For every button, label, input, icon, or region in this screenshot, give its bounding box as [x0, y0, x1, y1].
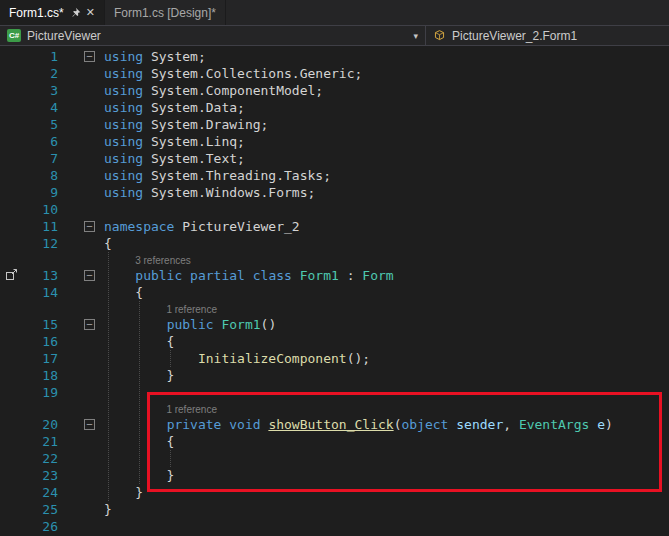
codelens-references-link[interactable]: 1 reference: [166, 302, 217, 317]
code-line[interactable]: 26: [0, 518, 669, 535]
line-number[interactable]: 20: [0, 416, 58, 433]
line-number[interactable]: 16: [0, 333, 58, 350]
code-line[interactable]: 5using System.Drawing;: [0, 116, 669, 133]
code-token: }: [104, 368, 174, 383]
code-editor[interactable]: 1–using System;2using System.Collections…: [0, 46, 669, 536]
fold-gutter: [58, 150, 104, 167]
line-number[interactable]: 7: [0, 150, 58, 167]
code-token: System.Linq;: [143, 134, 245, 149]
project-dropdown[interactable]: C# PictureViewer ▾: [0, 26, 426, 45]
code-line[interactable]: 11–namespace PictureViewer_2: [0, 218, 669, 235]
fold-gutter: [58, 284, 104, 301]
code-token: }: [104, 485, 143, 500]
codelens-row[interactable]: 3 references: [0, 252, 669, 267]
code-token: [104, 317, 167, 332]
line-number[interactable]: 23: [0, 467, 58, 484]
code-line[interactable]: 8using System.Threading.Tasks;: [0, 167, 669, 184]
fold-gutter: [58, 367, 104, 384]
code-text: using System.Data;: [104, 99, 245, 116]
fold-collapse-icon[interactable]: –: [84, 319, 95, 330]
fold-gutter: [58, 401, 104, 416]
line-number[interactable]: 3: [0, 82, 58, 99]
code-line[interactable]: 16 {: [0, 333, 669, 350]
code-line[interactable]: 10: [0, 201, 669, 218]
code-text: {: [104, 433, 174, 450]
line-number[interactable]: 9: [0, 184, 58, 201]
code-line[interactable]: 17 InitializeComponent();: [0, 350, 669, 367]
line-number[interactable]: 11: [0, 218, 58, 235]
code-line[interactable]: 22: [0, 450, 669, 467]
line-number[interactable]: 1: [0, 48, 58, 65]
code-line[interactable]: 15– public Form1(): [0, 316, 669, 333]
line-number[interactable]: 12: [0, 235, 58, 252]
fold-gutter: [58, 184, 104, 201]
line-number[interactable]: 19: [0, 384, 58, 401]
code-token: object: [401, 417, 448, 432]
code-line[interactable]: 18 }: [0, 367, 669, 384]
code-line[interactable]: 24 }: [0, 484, 669, 501]
code-token: }: [104, 502, 112, 517]
code-line[interactable]: 19: [0, 384, 669, 401]
line-number[interactable]: 15: [0, 316, 58, 333]
line-number[interactable]: 2: [0, 65, 58, 82]
code-line[interactable]: 21 {: [0, 433, 669, 450]
fold-collapse-icon[interactable]: –: [84, 51, 95, 62]
tab-form1-cs-design[interactable]: Form1.cs [Design]*: [105, 0, 226, 25]
line-number[interactable]: 8: [0, 167, 58, 184]
code-line[interactable]: 12{: [0, 235, 669, 252]
fold-collapse-icon[interactable]: –: [84, 270, 95, 281]
line-number[interactable]: 14: [0, 284, 58, 301]
code-line[interactable]: 13– public partial class Form1 : Form: [0, 267, 669, 284]
fold-collapse-icon[interactable]: –: [84, 419, 95, 430]
codelens-references-link[interactable]: 1 reference: [166, 402, 217, 417]
line-number[interactable]: 25: [0, 501, 58, 518]
code-token: }: [104, 468, 174, 483]
fold-gutter: [58, 467, 104, 484]
pin-icon[interactable]: [70, 7, 81, 18]
tab-label: Form1.cs [Design]*: [114, 6, 216, 20]
line-number[interactable]: 17: [0, 350, 58, 367]
code-line[interactable]: 14 {: [0, 284, 669, 301]
inheritance-margin-icon[interactable]: [5, 268, 18, 284]
fold-gutter: [58, 116, 104, 133]
code-text: public partial class Form1 : Form: [104, 267, 394, 284]
line-number[interactable]: 10: [0, 201, 58, 218]
line-number[interactable]: 6: [0, 133, 58, 150]
vs-editor-window: Form1.cs* ✕ Form1.cs [Design]* C# Pictur…: [0, 0, 669, 536]
code-token: EventArgs: [519, 417, 589, 432]
line-number[interactable]: 21: [0, 433, 58, 450]
code-line[interactable]: 1–using System;: [0, 48, 669, 65]
code-line[interactable]: 6using System.Linq;: [0, 133, 669, 150]
code-token: void: [229, 417, 260, 432]
codelens-row[interactable]: 1 reference: [0, 401, 669, 416]
code-line[interactable]: 25}: [0, 501, 669, 518]
line-number[interactable]: 18: [0, 367, 58, 384]
code-text: namespace PictureViewer_2: [104, 218, 300, 235]
chevron-down-icon: ▾: [413, 31, 418, 41]
tab-form1-cs[interactable]: Form1.cs* ✕: [0, 0, 105, 25]
code-line[interactable]: 2using System.Collections.Generic;: [0, 65, 669, 82]
line-number[interactable]: 5: [0, 116, 58, 133]
code-token: System.Threading.Tasks;: [143, 168, 331, 183]
code-line[interactable]: 20– private void showButton_Click(object…: [0, 416, 669, 433]
code-token: System.Data;: [143, 100, 245, 115]
code-line[interactable]: 4using System.Data;: [0, 99, 669, 116]
type-dropdown[interactable]: PictureViewer_2.Form1: [426, 26, 669, 45]
code-text: using System.Drawing;: [104, 116, 268, 133]
fold-collapse-icon[interactable]: –: [84, 221, 95, 232]
code-token: using: [104, 134, 143, 149]
codelens-row[interactable]: 1 reference: [0, 301, 669, 316]
line-number: [0, 252, 58, 267]
code-line[interactable]: 3using System.ComponentModel;: [0, 82, 669, 99]
code-text: public Form1(): [104, 316, 276, 333]
code-line[interactable]: 9using System.Windows.Forms;: [0, 184, 669, 201]
codelens-references-link[interactable]: 3 references: [135, 253, 191, 268]
code-line[interactable]: 23 }: [0, 467, 669, 484]
code-line[interactable]: 7using System.Text;: [0, 150, 669, 167]
close-icon[interactable]: ✕: [86, 7, 95, 18]
line-number[interactable]: 24: [0, 484, 58, 501]
line-number[interactable]: 26: [0, 518, 58, 535]
code-text: {: [104, 235, 112, 252]
line-number[interactable]: 22: [0, 450, 58, 467]
line-number[interactable]: 4: [0, 99, 58, 116]
